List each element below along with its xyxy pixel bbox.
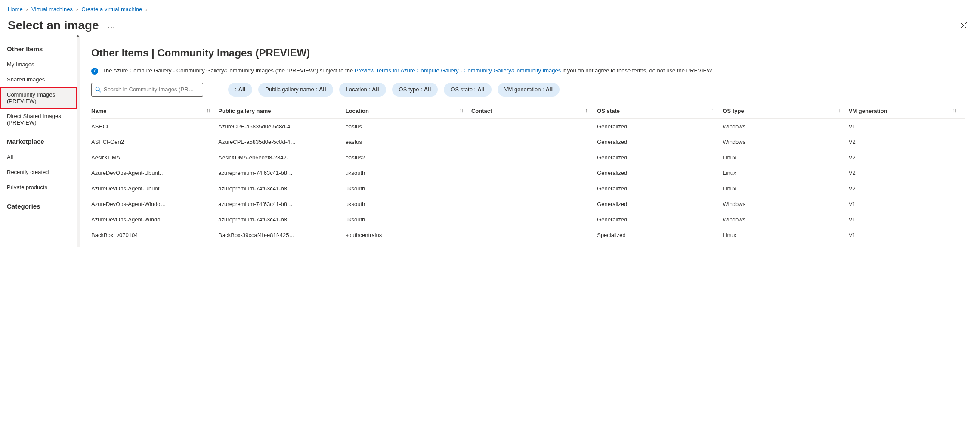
cell-gallery: azurepremium-74f63c41-b8… (218, 196, 345, 212)
cell-gallery: azurepremium-74f63c41-b8… (218, 212, 345, 227)
column-header-gallery[interactable]: Public gallery name (218, 103, 345, 119)
filter-pill[interactable]: VM generation : All (498, 83, 560, 97)
table-row[interactable]: ASHCIAzureCPE-a5835d0e-5c8d-4…eastusGene… (91, 118, 965, 134)
table-row[interactable]: AesirXDMAAesirXDMA-eb6ecef8-2342-…eastus… (91, 150, 965, 165)
cell-name: AesirXDMA (91, 150, 218, 165)
cell-os_state: Generalized (597, 196, 723, 212)
cell-os_type: Windows (723, 118, 848, 134)
main-content: Other Items | Community Images (PREVIEW)… (77, 37, 980, 247)
sidebar-item-community-images[interactable]: Community Images (PREVIEW) (0, 87, 77, 109)
cell-location: uksouth (346, 196, 471, 212)
sidebar-item-recently-created[interactable]: Recently created (0, 165, 77, 180)
cell-contact (471, 134, 597, 150)
filter-label: OS state : (451, 86, 476, 93)
filter-pill[interactable]: OS type : All (392, 83, 438, 97)
cell-location: eastus (346, 134, 471, 150)
info-icon: i (91, 68, 98, 75)
sidebar-scrollbar[interactable] (77, 37, 80, 247)
sidebar-item-shared-images[interactable]: Shared Images (0, 72, 77, 87)
sort-icon: ↑↓ (206, 108, 210, 114)
chevron-right-icon: › (26, 6, 28, 12)
cell-os_type: Windows (723, 196, 848, 212)
cell-location: uksouth (346, 181, 471, 196)
cell-gallery: AzureCPE-a5835d0e-5c8d-4… (218, 118, 345, 134)
images-table: Name↑↓ Public gallery name Location↑↓ Co… (91, 103, 965, 243)
more-actions-button[interactable]: … (105, 19, 118, 32)
filter-pill[interactable]: Location : All (339, 83, 386, 97)
cell-name: AzureDevOps-Agent-Ubunt… (91, 165, 218, 181)
filter-value: All (546, 86, 553, 93)
column-header-contact[interactable]: Contact↑↓ (471, 103, 597, 119)
table-row[interactable]: AzureDevOps-Agent-Ubunt…azurepremium-74f… (91, 181, 965, 196)
cell-contact (471, 165, 597, 181)
cell-vm_gen: V2 (849, 181, 965, 196)
filter-label: Public gallery name : (265, 86, 317, 93)
breadcrumb-home[interactable]: Home (8, 6, 23, 12)
chevron-right-icon: › (145, 6, 147, 12)
sort-icon: ↑↓ (952, 108, 956, 114)
preview-terms-link[interactable]: Preview Terms for Azure Compute Gallery … (355, 67, 561, 74)
sort-icon: ↑↓ (837, 108, 840, 114)
cell-os_type: Linux (723, 181, 848, 196)
cell-gallery: azurepremium-74f63c41-b8… (218, 165, 345, 181)
svg-line-3 (99, 90, 101, 92)
close-button[interactable] (956, 18, 971, 33)
table-row[interactable]: ASHCI-Gen2AzureCPE-a5835d0e-5c8d-4…eastu… (91, 134, 965, 150)
sort-icon: ↑↓ (711, 108, 714, 114)
column-header-os-type[interactable]: OS type↑↓ (723, 103, 848, 119)
cell-os_type: Linux (723, 165, 848, 181)
filter-pill[interactable]: Public gallery name : All (258, 83, 333, 97)
cell-os_type: Linux (723, 150, 848, 165)
info-text-prefix: The Azure Compute Gallery - Community Ga… (102, 67, 355, 74)
cell-os_state: Specialized (597, 227, 723, 243)
cell-location: southcentralus (346, 227, 471, 243)
table-row[interactable]: AzureDevOps-Agent-Windo…azurepremium-74f… (91, 212, 965, 227)
filter-value: All (238, 86, 246, 93)
breadcrumb-vms[interactable]: Virtual machines (31, 6, 73, 12)
cell-name: ASHCI-Gen2 (91, 134, 218, 150)
cell-gallery: BackBox-39ccaf4b-e81f-425… (218, 227, 345, 243)
cell-vm_gen: V1 (849, 212, 965, 227)
table-row[interactable]: AzureDevOps-Agent-Windo…azurepremium-74f… (91, 196, 965, 212)
sidebar-item-direct-shared-images[interactable]: Direct Shared Images (PREVIEW) (0, 109, 77, 130)
sidebar-item-all[interactable]: All (0, 150, 77, 165)
cell-contact (471, 118, 597, 134)
search-box[interactable] (91, 83, 203, 97)
table-row[interactable]: BackBox_v070104BackBox-39ccaf4b-e81f-425… (91, 227, 965, 243)
cell-os_state: Generalized (597, 181, 723, 196)
breadcrumb-create-vm[interactable]: Create a virtual machine (81, 6, 142, 12)
toolbar: : AllPublic gallery name : AllLocation :… (91, 83, 965, 97)
table-row[interactable]: AzureDevOps-Agent-Ubunt…azurepremium-74f… (91, 165, 965, 181)
filter-pill[interactable]: OS state : All (444, 83, 491, 97)
cell-contact (471, 150, 597, 165)
sidebar-item-private-products[interactable]: Private products (0, 180, 77, 195)
cell-os_state: Generalized (597, 165, 723, 181)
cell-os_type: Linux (723, 227, 848, 243)
cell-vm_gen: V1 (849, 227, 965, 243)
breadcrumb: Home › Virtual machines › Create a virtu… (0, 0, 980, 15)
sidebar: Other Items My Images Shared Images Comm… (0, 37, 77, 247)
cell-vm_gen: V1 (849, 118, 965, 134)
sort-icon: ↑↓ (459, 108, 463, 114)
column-header-location[interactable]: Location↑↓ (346, 103, 471, 119)
filter-label: OS type : (399, 86, 422, 93)
cell-vm_gen: V1 (849, 196, 965, 212)
search-input[interactable] (104, 86, 199, 93)
info-text-suffix: If you do not agree to these terms, do n… (563, 67, 713, 74)
cell-vm_gen: V2 (849, 150, 965, 165)
cell-location: uksouth (346, 212, 471, 227)
cell-name: AzureDevOps-Agent-Windo… (91, 212, 218, 227)
sidebar-item-my-images[interactable]: My Images (0, 57, 77, 72)
cell-os_state: Generalized (597, 134, 723, 150)
cell-gallery: AzureCPE-a5835d0e-5c8d-4… (218, 134, 345, 150)
cell-os_state: Generalized (597, 212, 723, 227)
cell-name: BackBox_v070104 (91, 227, 218, 243)
filter-pill[interactable]: : All (228, 83, 252, 97)
column-header-name[interactable]: Name↑↓ (91, 103, 218, 119)
sort-icon: ↑↓ (585, 108, 588, 114)
column-header-vm-gen[interactable]: VM generation↑↓ (849, 103, 965, 119)
column-header-os-state[interactable]: OS state↑↓ (597, 103, 723, 119)
sidebar-section-other-items: Other Items (0, 45, 77, 57)
cell-contact (471, 212, 597, 227)
cell-contact (471, 196, 597, 212)
